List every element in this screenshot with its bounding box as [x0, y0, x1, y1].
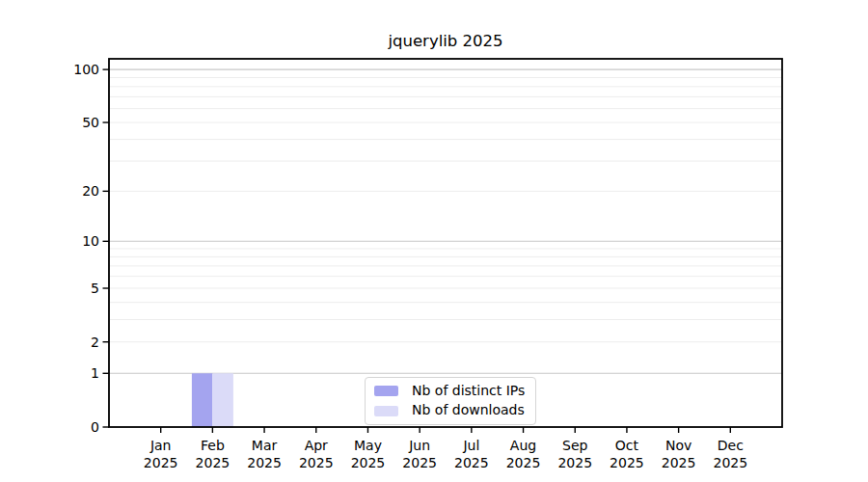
axis-frame: [109, 59, 782, 427]
x-tick-label-year: 2025: [662, 455, 696, 470]
legend-label: Nb of downloads: [412, 403, 525, 417]
x-tick-label-year: 2025: [144, 455, 178, 470]
legend-label: Nb of distinct IPs: [412, 384, 525, 398]
x-tick-label-year: 2025: [713, 455, 747, 470]
legend-entry: Nb of downloads: [374, 403, 525, 417]
chart-figure: jquerylib 2025 0125102050100Jan2025Feb20…: [0, 0, 868, 482]
y-tick-label: 100: [73, 62, 99, 77]
x-tick-label-month: Jun: [408, 438, 430, 453]
x-tick-label-month: Apr: [305, 438, 328, 453]
legend-swatch: [374, 406, 398, 416]
y-tick-label: 2: [91, 335, 99, 350]
y-tick-label: 1: [91, 365, 99, 381]
y-tick-label: 0: [91, 419, 99, 435]
x-tick-label-month: Dec: [718, 438, 744, 453]
legend-entry: Nb of distinct IPs: [374, 384, 525, 398]
bar-nb-of-downloads: [212, 373, 233, 427]
x-tick-label-year: 2025: [610, 455, 644, 470]
x-tick-label-year: 2025: [247, 455, 282, 470]
x-tick-label-year: 2025: [402, 455, 437, 470]
x-tick-label-year: 2025: [351, 455, 386, 470]
y-tick-label: 10: [82, 233, 99, 249]
x-tick-label-month: Nov: [665, 438, 692, 453]
y-tick-label: 5: [91, 281, 99, 296]
x-tick-label-month: Mar: [252, 438, 278, 453]
x-tick-label-month: Aug: [510, 438, 536, 453]
bar-nb-of-distinct-ips: [192, 373, 213, 427]
y-tick-label: 20: [82, 183, 99, 199]
x-tick-label-year: 2025: [196, 455, 231, 470]
x-tick-label-year: 2025: [299, 455, 334, 470]
x-tick-label-year: 2025: [506, 455, 541, 470]
x-tick-label-year: 2025: [454, 455, 489, 470]
x-tick-label-month: May: [354, 438, 382, 453]
legend-swatch: [374, 386, 398, 396]
y-tick-label: 50: [82, 115, 99, 130]
x-tick-label-month: Jan: [149, 438, 172, 453]
x-tick-label-month: Sep: [562, 438, 588, 453]
x-tick-label-year: 2025: [557, 455, 592, 470]
x-tick-label-month: Feb: [201, 438, 225, 453]
x-tick-label-month: Oct: [615, 438, 639, 453]
legend-box: Nb of distinct IPsNb of downloads: [365, 377, 536, 425]
x-tick-label-month: Jul: [462, 438, 479, 453]
